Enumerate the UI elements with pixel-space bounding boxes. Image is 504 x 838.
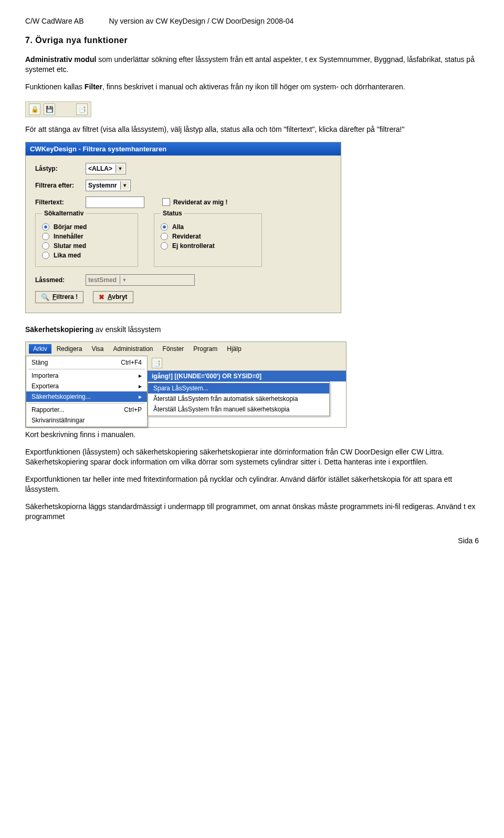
para-4: Kort beskrivning finns i manualen. <box>25 430 479 440</box>
para-7: Exportfunktionen tar heller inte med fri… <box>25 474 479 494</box>
smi-spara[interactable]: Spara LåsSystem... <box>148 383 329 394</box>
radio-lika-med[interactable]: Lika med <box>42 252 131 259</box>
para-3: För att stänga av filtret (visa alla lås… <box>25 125 479 135</box>
close-icon: ✖ <box>99 293 104 301</box>
radio-icon <box>161 223 168 231</box>
backup-submenu: Spara LåsSystem... Återställ LåsSystem f… <box>148 381 330 416</box>
lastyp-value: <ALLA> <box>88 165 112 172</box>
radio-borjar-med[interactable]: Börjar med <box>42 223 131 231</box>
heading2-a: Säkerhetskopiering <box>25 325 93 334</box>
chevron-down-icon: ▼ <box>120 181 129 190</box>
filtrera-efter-combo[interactable]: Systemnr▼ <box>86 180 131 191</box>
para2-b: Filter <box>85 82 102 91</box>
filter-dialog-screenshot: CWKeyDesign - Filtrera systemhanteraren … <box>25 142 341 313</box>
mi-exportera[interactable]: Exportera <box>26 381 147 391</box>
radio-icon <box>42 242 49 250</box>
radio-icon <box>42 252 49 259</box>
filter-icon: 📑 <box>76 104 88 115</box>
section-title: 7. Övriga nya funktioner <box>25 36 479 45</box>
radio-icon <box>161 233 168 240</box>
header-left: C/W CadWare AB <box>25 17 84 25</box>
chevron-down-icon: ▼ <box>120 276 129 284</box>
radio-alla[interactable]: Alla <box>161 223 255 231</box>
filter-button[interactable]: 🔍 Filtrera ! <box>35 291 83 303</box>
mini-toolbar-screenshot: 🔒 💾 📑 <box>25 101 91 117</box>
menubar: Arkiv Redigera Visa Administration Fönst… <box>26 342 346 356</box>
smi-restore-auto[interactable]: Återställ LåsSystem från automatisk säke… <box>148 394 329 404</box>
radio-ej-kontrollerat[interactable]: Ej kontrollerat <box>161 242 255 250</box>
page-header: C/W CadWare AB Ny version av CW KeyDesig… <box>25 17 479 25</box>
menu-redigera[interactable]: Redigera <box>52 344 87 354</box>
mi-skrivarinst[interactable]: Skrivarinställningar <box>26 415 147 426</box>
lastyp-label: Låstyp: <box>35 165 81 172</box>
filtrera-efter-value: Systemnr <box>88 182 117 189</box>
lassmed-combo: testSmed▼ <box>86 274 195 286</box>
checkbox-icon <box>162 198 170 206</box>
mi-rapporter[interactable]: Rapporter...Ctrl+P <box>26 405 147 415</box>
lassmed-value: testSmed <box>88 276 117 284</box>
radio-slutar-med[interactable]: Slutar med <box>42 242 131 250</box>
radio-icon <box>161 242 168 250</box>
context-bar: igång!] [(KUNDE='000') OR SYSID=0] <box>148 371 346 381</box>
group2-title: Status <box>161 210 184 217</box>
chevron-down-icon: ▼ <box>116 164 124 173</box>
menu-fonster[interactable]: Fönster <box>159 344 188 354</box>
disk-icon: 💾 <box>44 104 55 115</box>
menu-visa[interactable]: Visa <box>87 344 108 354</box>
status-group: Status Alla Reviderat Ej kontrollerat <box>154 213 262 267</box>
filter-icon: 📑 <box>152 358 162 368</box>
para-2: Funktionen kallas Filter, finns beskrive… <box>25 82 479 92</box>
page-footer: Sida 6 <box>25 536 479 545</box>
menu-hjalp[interactable]: Hjälp <box>223 344 245 354</box>
para1-bold: Administrativ modul <box>25 55 96 64</box>
menu-arkiv[interactable]: Arkiv <box>29 344 51 354</box>
menu-screenshot: Arkiv Redigera Visa Administration Fönst… <box>25 342 346 428</box>
para-8: Säkerhetskopiorna läggs standardmässigt … <box>25 502 479 522</box>
heading2-b: av enskilt låssystem <box>93 325 161 334</box>
filtertext-label: Filtertext: <box>35 199 81 206</box>
para-1: Administrativ modul som underlättar sökn… <box>25 55 479 75</box>
sokalternativ-group: Sökalternativ Börjar med Innehåller Slut… <box>35 213 138 267</box>
lastyp-combo[interactable]: <ALLA>▼ <box>86 163 126 174</box>
reviderat-checkbox[interactable]: Reviderat av mig ! <box>162 198 227 206</box>
mi-stang[interactable]: StängCtrl+F4 <box>26 357 147 368</box>
filtrera-efter-label: Filtrera efter: <box>35 182 81 189</box>
header-right: Ny version av CW KeyDesign / CW DoorDesi… <box>109 17 294 25</box>
dialog-titlebar: CWKeyDesign - Filtrera systemhanteraren <box>26 142 341 156</box>
para-5: Exportfunktionen (låssystem) och säkerhe… <box>25 447 479 467</box>
lassmed-label: Låssmed: <box>35 276 81 284</box>
toolbar-row: 📑 <box>148 356 346 371</box>
menu-separator <box>28 403 145 404</box>
radio-innehaller[interactable]: Innehåller <box>42 233 131 240</box>
para2-c: , finns beskrivet i manual och aktiveras… <box>102 82 405 91</box>
menu-separator <box>28 369 145 369</box>
lock-icon: 🔒 <box>29 104 40 115</box>
radio-reviderat[interactable]: Reviderat <box>161 233 255 240</box>
cancel-button[interactable]: ✖ Avbryt <box>93 291 133 303</box>
mi-sakerhetskopiering[interactable]: Säkerhetskopiering... <box>26 391 147 402</box>
filtertext-input[interactable] <box>86 196 144 208</box>
smi-restore-manual[interactable]: Återställ LåsSystem från manuell säkerhe… <box>148 404 329 415</box>
search-icon: 🔍 <box>41 293 49 301</box>
menu-administration[interactable]: Administration <box>109 344 158 354</box>
heading-backup: Säkerhetskopiering av enskilt låssystem <box>25 325 479 335</box>
mi-importera[interactable]: Importera <box>26 370 147 381</box>
menu-program[interactable]: Program <box>189 344 222 354</box>
group1-title: Sökalternativ <box>42 210 86 217</box>
para2-a: Funktionen kallas <box>25 82 85 91</box>
radio-icon <box>42 233 49 240</box>
radio-icon <box>42 223 49 231</box>
arkiv-dropdown: StängCtrl+F4 Importera Exportera Säkerhe… <box>26 356 148 427</box>
reviderat-label: Reviderat av mig ! <box>173 199 227 206</box>
